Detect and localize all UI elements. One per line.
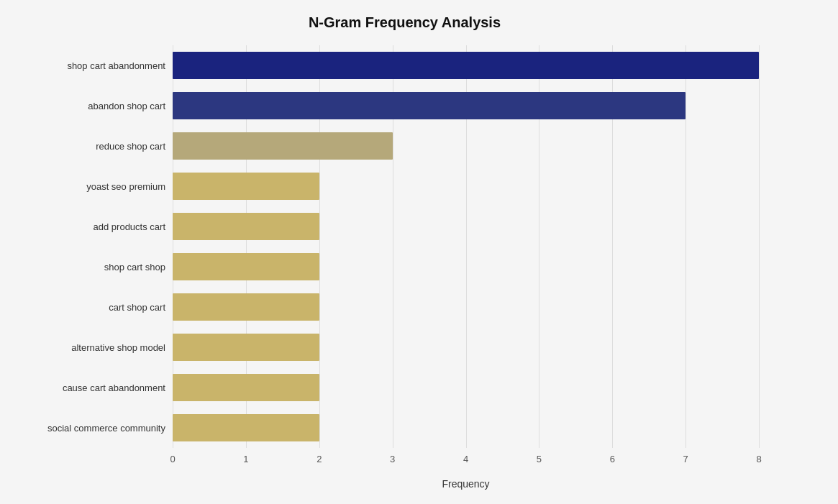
- chart-title: N-Gram Frequency Analysis: [14, 14, 795, 31]
- x-tick-label: 5: [537, 454, 542, 464]
- bar-label: shop cart shop: [14, 247, 173, 287]
- bar-label: social commerce community: [14, 408, 173, 448]
- bar-row: [173, 367, 759, 408]
- bar: [173, 253, 319, 280]
- bar: [173, 213, 319, 240]
- bar: [173, 92, 686, 119]
- bar-label: reduce shop cart: [14, 126, 173, 166]
- bar-label: abandon shop cart: [14, 86, 173, 126]
- bar-row: [173, 45, 759, 86]
- bar-label: cart shop cart: [14, 287, 173, 327]
- bar-row: [173, 327, 759, 367]
- x-tick-label: 3: [390, 454, 395, 464]
- chart-container: N-Gram Frequency Analysis shop cart aban…: [0, 0, 838, 504]
- bar-row: [173, 408, 759, 448]
- y-axis-labels: shop cart abandonmentabandon shop cartre…: [14, 45, 173, 448]
- bar: [173, 414, 319, 441]
- bar-row: [173, 247, 759, 287]
- bar-row: [173, 86, 759, 126]
- x-tick-label: 6: [610, 454, 615, 464]
- bar: [173, 173, 319, 200]
- bar: [173, 374, 319, 401]
- bar: [173, 293, 319, 321]
- x-tick-label: 2: [316, 454, 322, 464]
- bar-row: [173, 287, 759, 327]
- bar-row: [173, 126, 759, 166]
- bars-area: [173, 45, 759, 448]
- grid-line: [759, 45, 760, 448]
- x-tick-label: 0: [170, 454, 175, 464]
- x-axis-ticks: 012345678: [173, 448, 759, 469]
- bar: [173, 52, 759, 79]
- x-axis-label: Frequency: [173, 478, 759, 490]
- bar-row: [173, 206, 759, 247]
- bar-label: shop cart abandonment: [14, 45, 173, 86]
- bar-label: yoast seo premium: [14, 166, 173, 206]
- x-tick-label: 8: [756, 454, 761, 464]
- bar-label: alternative shop model: [14, 327, 173, 367]
- x-tick-label: 4: [463, 454, 468, 464]
- bar: [173, 132, 393, 160]
- bar-row: [173, 166, 759, 206]
- x-tick-label: 7: [683, 454, 688, 464]
- bar: [173, 334, 319, 361]
- x-tick-label: 1: [243, 454, 248, 464]
- bar-label: add products cart: [14, 206, 173, 247]
- bar-label: cause cart abandonment: [14, 367, 173, 408]
